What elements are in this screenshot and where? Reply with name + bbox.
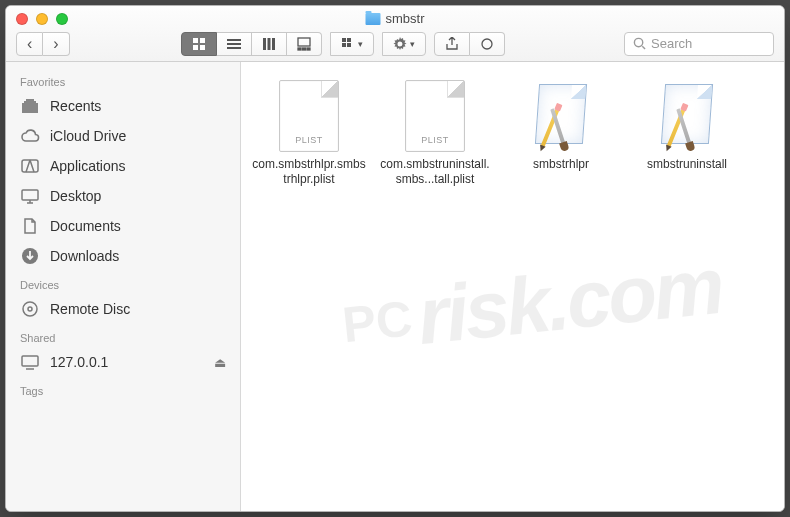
- sidebar-item-label: iCloud Drive: [50, 128, 126, 144]
- svg-rect-16: [342, 43, 346, 47]
- sidebar-item-applications[interactable]: Applications: [6, 151, 240, 181]
- svg-rect-1: [200, 38, 205, 43]
- arrange-button[interactable]: ▾: [330, 32, 374, 56]
- arrange-icon: [341, 37, 355, 51]
- file-grid: PLIST com.smbstrhlpr.smbstrhlpr.plist PL…: [241, 62, 784, 511]
- svg-rect-10: [298, 38, 310, 46]
- svg-rect-6: [227, 47, 241, 49]
- finder-window: smbstr ‹ ›: [5, 5, 785, 512]
- tag-icon: [480, 37, 494, 51]
- sidebar-item-documents[interactable]: Documents: [6, 211, 240, 241]
- share-icon: [445, 37, 459, 51]
- recents-icon: [20, 97, 40, 115]
- file-item[interactable]: smbstruninstall: [627, 80, 747, 172]
- sidebar-item-recents[interactable]: Recents: [6, 91, 240, 121]
- sidebar-item-icloud[interactable]: iCloud Drive: [6, 121, 240, 151]
- svg-rect-14: [342, 38, 346, 42]
- disc-icon: [20, 300, 40, 318]
- share-button[interactable]: [434, 32, 470, 56]
- grid-icon: [192, 37, 206, 51]
- sidebar-item-remote-disc[interactable]: Remote Disc: [6, 294, 240, 324]
- svg-rect-2: [193, 45, 198, 50]
- sidebar-item-shared-host[interactable]: 127.0.0.1 ⏏: [6, 347, 240, 377]
- back-button[interactable]: ‹: [16, 32, 43, 56]
- sidebar-item-desktop[interactable]: Desktop: [6, 181, 240, 211]
- svg-rect-15: [347, 38, 351, 42]
- file-name: smbstrhlpr: [533, 157, 589, 172]
- svg-rect-17: [347, 43, 351, 47]
- icon-view-button[interactable]: [181, 32, 217, 56]
- plist-file-icon: PLIST: [405, 80, 465, 152]
- applications-icon: [20, 157, 40, 175]
- desktop-icon: [20, 187, 40, 205]
- svg-rect-5: [227, 43, 241, 45]
- sidebar-item-downloads[interactable]: Downloads: [6, 241, 240, 271]
- unix-executable-icon: [655, 80, 719, 152]
- sidebar-item-label: 127.0.0.1: [50, 354, 108, 370]
- svg-point-19: [634, 38, 642, 46]
- favorites-label: Favorites: [6, 68, 240, 91]
- file-item[interactable]: PLIST com.smbstrhlpr.smbstrhlpr.plist: [249, 80, 369, 187]
- minimize-button[interactable]: [36, 13, 48, 25]
- sidebar: Favorites Recents iCloud Drive Applicati…: [6, 62, 241, 511]
- svg-point-18: [482, 39, 492, 49]
- zoom-button[interactable]: [56, 13, 68, 25]
- plist-file-icon: PLIST: [279, 80, 339, 152]
- svg-point-23: [23, 302, 37, 316]
- file-item[interactable]: PLIST com.smbstruninstall.smbs...tall.pl…: [375, 80, 495, 187]
- list-view-button[interactable]: [217, 32, 252, 56]
- sidebar-item-label: Recents: [50, 98, 101, 114]
- sidebar-item-label: Downloads: [50, 248, 119, 264]
- svg-rect-13: [307, 48, 310, 50]
- action-button[interactable]: ▾: [382, 32, 426, 56]
- search-placeholder: Search: [651, 36, 692, 51]
- unix-executable-icon: [529, 80, 593, 152]
- file-name: com.smbstrhlpr.smbstrhlpr.plist: [252, 157, 367, 187]
- devices-label: Devices: [6, 271, 240, 294]
- forward-button[interactable]: ›: [43, 32, 69, 56]
- search-field[interactable]: Search: [624, 32, 774, 56]
- file-name: smbstruninstall: [647, 157, 727, 172]
- list-icon: [227, 37, 241, 51]
- svg-rect-4: [227, 39, 241, 41]
- chevron-down-icon: ▾: [410, 39, 415, 49]
- file-item[interactable]: smbstrhlpr: [501, 80, 621, 172]
- gallery-view-button[interactable]: [287, 32, 322, 56]
- chevron-down-icon: ▾: [358, 39, 363, 49]
- svg-rect-7: [263, 38, 266, 50]
- window-title: smbstr: [366, 11, 425, 26]
- eject-icon[interactable]: ⏏: [214, 355, 226, 370]
- close-button[interactable]: [16, 13, 28, 25]
- watermark: PCrisk.com: [337, 239, 725, 370]
- cloud-icon: [20, 127, 40, 145]
- sidebar-item-label: Remote Disc: [50, 301, 130, 317]
- documents-icon: [20, 217, 40, 235]
- sidebar-item-label: Desktop: [50, 188, 101, 204]
- sidebar-item-label: Applications: [50, 158, 126, 174]
- traffic-lights: [6, 13, 68, 25]
- svg-rect-21: [22, 190, 38, 200]
- sidebar-item-label: Documents: [50, 218, 121, 234]
- view-switcher: [181, 32, 322, 56]
- file-name: com.smbstruninstall.smbs...tall.plist: [378, 157, 493, 187]
- display-icon: [20, 353, 40, 371]
- svg-rect-9: [272, 38, 275, 50]
- column-view-button[interactable]: [252, 32, 287, 56]
- columns-icon: [262, 37, 276, 51]
- downloads-icon: [20, 247, 40, 265]
- svg-rect-11: [298, 48, 301, 50]
- svg-rect-25: [22, 356, 38, 366]
- tags-label: Tags: [6, 377, 240, 400]
- svg-point-24: [28, 307, 32, 311]
- svg-rect-12: [302, 48, 305, 50]
- chevron-right-icon: ›: [53, 35, 58, 53]
- svg-rect-3: [200, 45, 205, 50]
- tags-button[interactable]: [470, 32, 505, 56]
- gear-icon: [393, 37, 407, 51]
- svg-rect-8: [267, 38, 270, 50]
- gallery-icon: [297, 37, 311, 51]
- svg-rect-0: [193, 38, 198, 43]
- folder-icon: [366, 13, 381, 25]
- toolbar: ‹ › ▾: [6, 26, 784, 61]
- search-icon: [633, 37, 646, 50]
